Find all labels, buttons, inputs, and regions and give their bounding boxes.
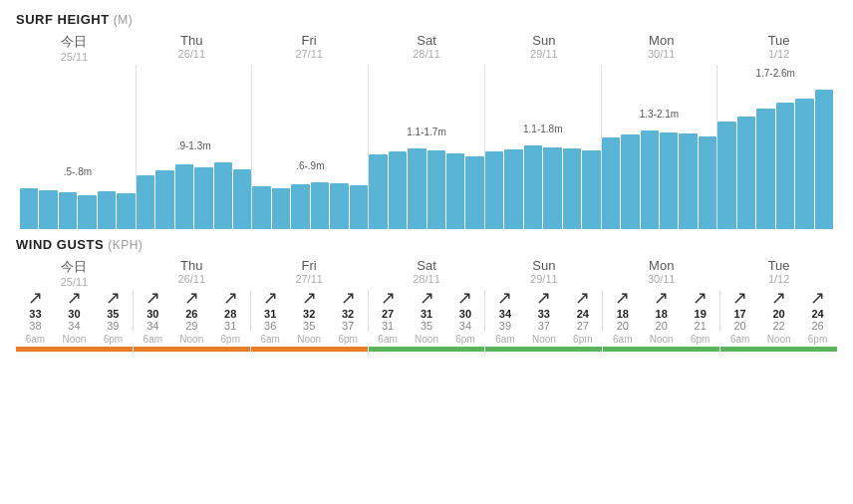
wind-slot-0: ↙ 18 20: [603, 290, 642, 332]
bar: [524, 145, 542, 229]
wind-day-4: Sun29/11: [485, 258, 602, 288]
bar: [20, 188, 38, 229]
wind-speed-value: 30: [134, 308, 172, 320]
color-segment-4: [485, 347, 602, 352]
wind-gust-value: 20: [720, 320, 759, 332]
wind-day-group-5: ↙ 18 20 ↙ 18 20 ↙ 19 21: [603, 290, 719, 332]
surf-day-Fri: Fri27/11: [251, 33, 368, 63]
wind-grid: ↙ 33 38 ↙ 30 34 ↙ 35 39 ↙ 30 34 ↙ 26 29 …: [16, 290, 837, 332]
wind-gust-value: 29: [172, 320, 211, 332]
wind-speed-value: 17: [720, 308, 759, 320]
wind-slot-2: ↙ 32 37: [329, 290, 368, 332]
wind-arrow-icon: ↙: [524, 290, 563, 308]
color-indicator-bar: [16, 347, 837, 352]
color-segment-0: [16, 347, 133, 352]
wind-slots: ↙ 30 34 ↙ 26 29 ↙ 28 31: [134, 290, 250, 332]
wind-speed-value: 27: [369, 308, 408, 320]
wind-gust-value: 22: [759, 320, 798, 332]
bar: [795, 99, 813, 229]
wind-gust-value: 37: [524, 320, 563, 332]
wind-arrow-icon: ↙: [720, 290, 759, 308]
bar: [427, 150, 445, 229]
time-label: 6pm: [211, 334, 250, 345]
bar: [272, 188, 290, 229]
bar: [252, 186, 270, 229]
color-segment-6: [720, 347, 837, 352]
time-label: Noon: [290, 334, 329, 345]
bar: [602, 137, 620, 229]
wind-day-3: Sat28/11: [369, 258, 485, 288]
wind-speed-value: 28: [211, 308, 250, 320]
time-label: 6pm: [681, 334, 719, 345]
wind-gust-value: 21: [681, 320, 719, 332]
time-group-1: 6amNoon6pm: [134, 334, 250, 345]
wind-day-group-4: ↙ 34 39 ↙ 33 37 ↙ 24 27: [485, 290, 602, 332]
bar: [194, 167, 212, 229]
wind-day-0: 今日25/11: [16, 258, 133, 288]
wind-speed-value: 31: [251, 308, 290, 320]
wind-speed-value: 32: [290, 308, 329, 320]
time-label: 6am: [720, 334, 759, 345]
bar: [98, 191, 116, 229]
wind-slots: ↙ 17 20 ↙ 20 22 ↙ 24 26: [720, 290, 837, 332]
bar: [465, 156, 483, 229]
wind-slot-0: ↙ 31 36: [251, 290, 290, 332]
wind-arrow-icon: ↙: [445, 290, 484, 308]
bar: [369, 154, 387, 229]
wind-gust-value: 34: [445, 320, 484, 332]
wind-title: WIND GUSTS (KPH): [16, 237, 837, 252]
bar: [155, 170, 173, 229]
wind-slot-2: ↙ 24 27: [563, 290, 602, 332]
surf-day-Thu: Thu26/11: [134, 33, 250, 63]
surf-unit: (M): [114, 13, 134, 27]
wind-slot-0: ↙ 30 34: [134, 290, 172, 332]
time-group-6: 6amNoon6pm: [720, 334, 837, 345]
bar: [815, 90, 833, 229]
wind-day-group-0: ↙ 33 38 ↙ 30 34 ↙ 35 39: [16, 290, 133, 332]
time-label: 6pm: [798, 334, 837, 345]
wind-slot-1: ↙ 20 22: [759, 290, 798, 332]
wind-gust-value: 20: [603, 320, 642, 332]
wind-arrow-icon: ↙: [759, 290, 798, 308]
wind-slot-1: ↙ 30 34: [55, 290, 94, 332]
wind-speed-value: 31: [408, 308, 446, 320]
wind-speed-value: 18: [603, 308, 642, 320]
wind-days-header: 今日25/11Thu26/11Fri27/11Sat28/11Sun29/11M…: [16, 258, 837, 288]
wind-speed-value: 30: [55, 308, 94, 320]
wind-gust-value: 39: [485, 320, 524, 332]
time-label: 6pm: [329, 334, 368, 345]
bar: [485, 151, 503, 229]
wind-speed-value: 20: [759, 308, 798, 320]
wind-arrow-icon: ↙: [94, 290, 133, 308]
wind-section: WIND GUSTS (KPH) 今日25/11Thu26/11Fri27/11…: [16, 237, 837, 352]
wind-speed-value: 35: [94, 308, 133, 320]
wind-slot-0: ↙ 33 38: [16, 290, 55, 332]
time-group-2: 6amNoon6pm: [251, 334, 368, 345]
wind-speed-value: 24: [563, 308, 602, 320]
time-label: 6pm: [445, 334, 484, 345]
wind-gust-value: 38: [16, 320, 55, 332]
wind-gust-value: 31: [369, 320, 408, 332]
bar: [291, 184, 309, 229]
wind-speed-value: 32: [329, 308, 368, 320]
wind-slot-1: ↙ 18 20: [642, 290, 681, 332]
wind-arrow-icon: ↙: [681, 290, 719, 308]
bar: [311, 182, 329, 229]
bar-group-3: 1.1-1.7m: [369, 148, 484, 229]
bar: [717, 122, 735, 229]
time-label: 6am: [603, 334, 642, 345]
wind-slot-1: ↙ 32 35: [290, 290, 329, 332]
wind-arrow-icon: ↙: [290, 290, 329, 308]
time-label: Noon: [408, 334, 446, 345]
bar: [137, 175, 154, 229]
bar-group-5: 1.3-2.1m: [602, 130, 717, 229]
wind-slots: ↙ 33 38 ↙ 30 34 ↙ 35 39: [16, 290, 133, 332]
time-label: Noon: [642, 334, 681, 345]
bar: [117, 193, 135, 229]
bar: [78, 195, 96, 229]
bar-group-0: .5-.8m: [20, 188, 136, 229]
wind-gust-value: 34: [134, 320, 172, 332]
main-container: SURF HEIGHT (M) 今日25/11Thu26/11Fri27/11S…: [0, 0, 853, 360]
time-labels-row: 6amNoon6pm6amNoon6pm6amNoon6pm6amNoon6pm…: [16, 334, 837, 345]
wind-arrow-icon: ↙: [603, 290, 642, 308]
